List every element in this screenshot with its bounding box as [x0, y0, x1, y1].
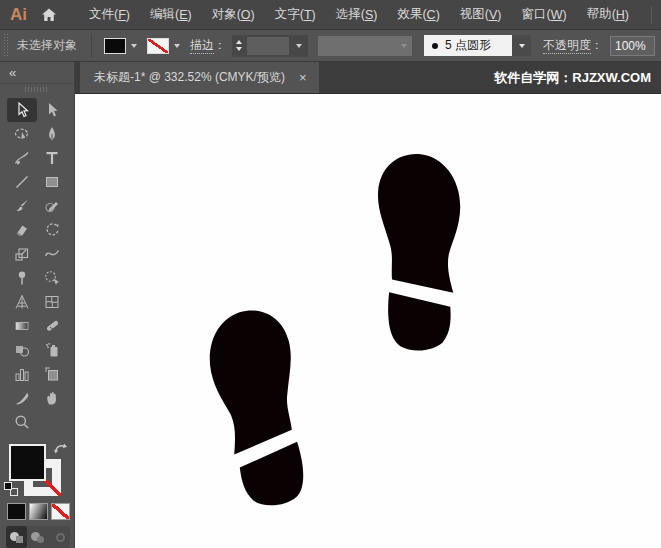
- tool-artboard[interactable]: [37, 362, 67, 386]
- tool-type[interactable]: [37, 146, 67, 170]
- tool-width[interactable]: [37, 242, 67, 266]
- control-bar: 未选择对象 描边： 5 点圆形 不透明度：: [0, 30, 661, 62]
- tool-magic-wand[interactable]: [7, 122, 37, 146]
- default-fill-icon: [4, 482, 12, 490]
- menu-help[interactable]: 帮助(H): [577, 0, 639, 30]
- draw-behind-button[interactable]: [27, 526, 48, 548]
- home-button[interactable]: [41, 4, 57, 26]
- control-divider: [91, 34, 92, 58]
- watermark-text: 软件自学网：RJZXW.COM: [494, 62, 661, 93]
- chevron-down-icon: [131, 44, 137, 48]
- menu-type[interactable]: 文字(T): [265, 0, 326, 30]
- stroke-none-swatch[interactable]: [147, 38, 169, 54]
- selection-status: 未选择对象: [17, 37, 77, 54]
- collapse-panel-button[interactable]: «: [9, 65, 15, 80]
- main-area: «: [0, 62, 661, 548]
- stroke-weight-label[interactable]: 描边：: [190, 37, 226, 54]
- draw-normal-icon: [10, 532, 23, 543]
- artboard-canvas[interactable]: [75, 94, 661, 548]
- brush-definition-dropdown[interactable]: 5 点圆形: [424, 35, 531, 56]
- tool-rectangle[interactable]: [37, 170, 67, 194]
- paint-color-button[interactable]: [7, 503, 26, 520]
- stroke-color-dropdown[interactable]: [147, 38, 180, 54]
- tool-rotate[interactable]: [37, 218, 67, 242]
- draw-inside-icon: [53, 532, 66, 543]
- work-area: 未标题-1* @ 332.52% (CMYK/预览) × 软件自学网：RJZXW…: [75, 62, 661, 548]
- tool-free-transform[interactable]: [37, 266, 67, 290]
- document-tab-bar: 未标题-1* @ 332.52% (CMYK/预览) × 软件自学网：RJZXW…: [75, 62, 661, 94]
- drawing-mode-buttons: [6, 526, 70, 548]
- paint-gradient-button[interactable]: [29, 503, 48, 520]
- footprints-artwork: [75, 94, 661, 548]
- stepper-up-icon: [236, 40, 242, 44]
- tool-symbol-sprayer[interactable]: [37, 338, 67, 362]
- color-wells: [0, 438, 74, 500]
- stroke-weight-input[interactable]: [247, 37, 289, 55]
- menu-select[interactable]: 选择(S): [326, 0, 388, 30]
- brush-dropdown-button[interactable]: [512, 35, 531, 56]
- swap-fill-stroke-button[interactable]: [53, 442, 68, 458]
- menu-object[interactable]: 对象(O): [202, 0, 265, 30]
- draw-inside-button[interactable]: [49, 526, 70, 548]
- brush-name: 5 点圆形: [445, 37, 491, 54]
- chevron-down-icon: [174, 44, 180, 48]
- menu-view[interactable]: 视图(V): [450, 0, 512, 30]
- draw-normal-button[interactable]: [6, 526, 27, 548]
- left-footprint[interactable]: [198, 302, 329, 513]
- tool-column-graph[interactable]: [7, 362, 37, 386]
- default-fill-stroke-button[interactable]: [4, 482, 18, 496]
- draw-behind-icon: [31, 532, 44, 543]
- tool-perspective-grid[interactable]: [7, 290, 37, 314]
- opacity-input[interactable]: [610, 36, 655, 56]
- stroke-weight-widget: [232, 35, 308, 57]
- menu-edit[interactable]: 编辑(E): [140, 0, 202, 30]
- tool-slice[interactable]: [7, 386, 37, 410]
- tools-grid: [0, 98, 74, 434]
- tool-shaper[interactable]: [37, 194, 67, 218]
- ai-logo: Ai: [10, 5, 27, 25]
- menu-bar: Ai 文件(F) 编辑(E) 对象(O) 文字(T) 选择(S) 效果(C) 视…: [0, 0, 661, 30]
- opacity-label[interactable]: 不透明度：: [543, 37, 603, 54]
- tool-scale[interactable]: [7, 242, 37, 266]
- variable-width-profile-dropdown[interactable]: [318, 36, 412, 56]
- close-tab-button[interactable]: ×: [299, 71, 307, 84]
- round-brush-icon: [432, 43, 438, 49]
- tool-mesh[interactable]: [37, 290, 67, 314]
- document-tab[interactable]: 未标题-1* @ 332.52% (CMYK/预览) ×: [80, 62, 319, 93]
- toolbar-header: «: [0, 62, 74, 84]
- brush-preview-field[interactable]: 5 点圆形: [424, 35, 512, 56]
- menu-window[interactable]: 窗口(W): [511, 0, 576, 30]
- tool-pen[interactable]: [37, 122, 67, 146]
- panel-grip[interactable]: [3, 34, 9, 58]
- chevron-down-icon: [519, 44, 525, 48]
- right-footprint[interactable]: [367, 151, 464, 352]
- stroke-weight-stepper[interactable]: [232, 40, 246, 51]
- fill-color-dropdown[interactable]: [104, 38, 137, 54]
- fill-color-well[interactable]: [9, 444, 46, 481]
- menu-effect[interactable]: 效果(C): [387, 0, 449, 30]
- stroke-weight-dropdown[interactable]: [290, 44, 308, 48]
- paint-none-button[interactable]: [51, 503, 70, 520]
- tool-eyedropper[interactable]: [37, 314, 67, 338]
- chevron-down-icon: [401, 44, 407, 48]
- tool-paintbrush[interactable]: [7, 194, 37, 218]
- menu-file[interactable]: 文件(F): [79, 0, 140, 30]
- tool-gradient[interactable]: [7, 314, 37, 338]
- swap-arrows-icon: [53, 442, 68, 455]
- document-title: 未标题-1* @ 332.52% (CMYK/预览): [94, 69, 285, 86]
- home-icon: [41, 7, 57, 23]
- tool-puppet-warp[interactable]: [7, 266, 37, 290]
- paint-style-buttons: [0, 500, 74, 520]
- tool-zoom[interactable]: [7, 410, 37, 434]
- tool-hand[interactable]: [37, 386, 67, 410]
- fill-color-swatch[interactable]: [104, 38, 126, 54]
- tool-line-segment[interactable]: [7, 170, 37, 194]
- chevron-down-icon: [296, 44, 302, 48]
- menubar-divider-2: [651, 6, 652, 24]
- toolbar-grip[interactable]: [0, 84, 74, 94]
- tool-direct-selection[interactable]: [37, 98, 67, 122]
- tool-curvature[interactable]: [7, 146, 37, 170]
- tool-selection[interactable]: [7, 98, 37, 122]
- tool-shape-builder[interactable]: [7, 338, 37, 362]
- tool-eraser[interactable]: [7, 218, 37, 242]
